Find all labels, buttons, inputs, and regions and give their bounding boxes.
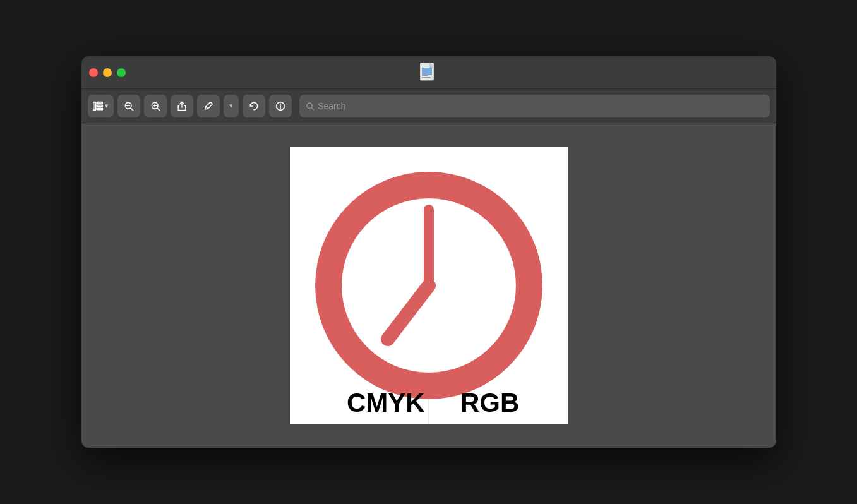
svg-rect-4	[93, 102, 96, 110]
traffic-lights	[89, 68, 126, 77]
search-input[interactable]	[318, 101, 763, 111]
svg-line-15	[206, 106, 208, 108]
markup-chevron-icon: ▾	[229, 102, 233, 110]
svg-point-29	[521, 280, 532, 291]
svg-rect-6	[97, 105, 103, 106]
preview-image: CMYK RGB	[290, 147, 568, 424]
svg-rect-7	[97, 108, 103, 109]
svg-rect-1	[422, 68, 432, 75]
svg-line-14	[157, 108, 160, 111]
sidebar-toggle-button[interactable]: ▾	[88, 95, 114, 117]
svg-text:RGB: RGB	[460, 388, 519, 417]
svg-point-33	[423, 279, 435, 292]
search-bar[interactable]	[299, 95, 770, 117]
svg-point-27	[423, 378, 434, 389]
svg-line-10	[131, 108, 133, 111]
svg-point-20	[307, 103, 312, 108]
search-icon	[306, 102, 315, 111]
rotate-button[interactable]	[243, 95, 265, 117]
svg-line-21	[311, 107, 313, 109]
svg-rect-5	[97, 102, 103, 103]
window-title-icon	[420, 63, 438, 83]
share-button[interactable]	[171, 95, 193, 117]
svg-rect-3	[422, 77, 431, 78]
markup-button[interactable]	[197, 95, 220, 117]
markup-dropdown-button[interactable]: ▾	[224, 95, 239, 117]
app-window: ▾	[81, 56, 776, 448]
annotate-button[interactable]	[269, 95, 292, 117]
minimize-button[interactable]	[103, 68, 112, 77]
maximize-button[interactable]	[117, 68, 126, 77]
svg-point-28	[325, 280, 337, 291]
sidebar-toggle-chevron: ▾	[105, 102, 109, 110]
clock-svg: CMYK RGB	[290, 147, 568, 424]
content-area: CMYK RGB	[81, 123, 776, 448]
svg-point-26	[423, 182, 434, 193]
zoom-in-button[interactable]	[144, 95, 167, 117]
svg-text:CMYK: CMYK	[347, 388, 425, 417]
zoom-out-button[interactable]	[117, 95, 140, 117]
close-button[interactable]	[89, 68, 98, 77]
toolbar: ▾	[81, 89, 776, 123]
title-bar	[81, 56, 776, 89]
svg-rect-2	[422, 75, 428, 76]
